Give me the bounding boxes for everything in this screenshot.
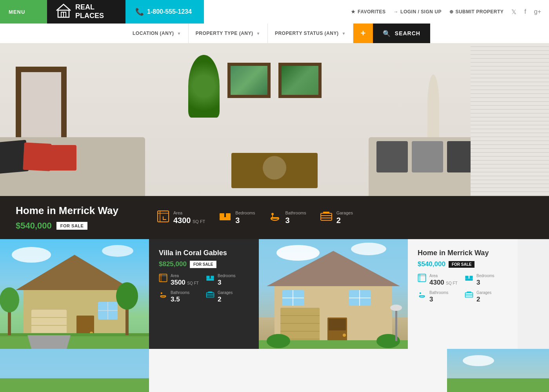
svg-point-10 <box>271 213 274 215</box>
card2-area-label: Area <box>429 274 458 278</box>
logo-text: REAL PLACES <box>75 3 104 20</box>
favorites-link[interactable]: ★ FAVORITES <box>351 9 385 15</box>
card1-image[interactable] <box>0 239 149 349</box>
wall-art-right <box>278 63 322 98</box>
submit-property-link[interactable]: ⊕ SUBMIT PROPERTY <box>449 9 504 15</box>
card1-area-icon <box>159 274 167 284</box>
svg-rect-88 <box>447 378 549 392</box>
card1-price: $825,000 <box>159 260 187 268</box>
bedrooms-label: Bedrooms <box>235 211 255 215</box>
add-filter-button[interactable]: + <box>353 24 373 43</box>
search-button[interactable]: 🔍 SEARCH <box>373 24 430 43</box>
card2-garages-icon <box>465 290 473 301</box>
svg-point-69 <box>267 334 290 348</box>
card1-bedrooms-icon <box>206 274 215 284</box>
search-bar-spacer <box>0 24 125 43</box>
card1-bathrooms-label: Bathrooms <box>171 290 189 295</box>
card1-garages-value: 2 <box>218 296 221 303</box>
card2-bathrooms-label: Bathrooms <box>429 290 448 295</box>
google-plus-icon[interactable]: g+ <box>534 8 541 15</box>
card1-area-stat: Area 3500 SQ FT <box>159 274 202 287</box>
svg-rect-42 <box>160 295 166 296</box>
area-unit: SQ FT <box>193 219 205 224</box>
card1-title: Villa in Coral Gables <box>159 249 249 257</box>
wall-art-left <box>227 63 271 98</box>
card2-price-row: $540,000 FOR SALE <box>418 260 508 268</box>
card1-garages-stat: Garages 2 <box>206 290 249 303</box>
plant-decoration <box>188 55 220 118</box>
svg-point-17 <box>102 245 133 257</box>
svg-rect-6 <box>220 213 224 217</box>
svg-rect-73 <box>418 274 425 281</box>
pillow-red-2 <box>47 145 76 171</box>
card2-bedrooms-stat: Bedrooms 3 <box>465 274 508 287</box>
search-label: SEARCH <box>395 30 420 36</box>
svg-rect-71 <box>395 310 397 341</box>
svg-rect-44 <box>206 293 214 298</box>
card2-title: Home in Merrick Way <box>418 249 508 257</box>
hero-overlay: Home in Merrick Way $540,000 FOR SALE <box>0 196 549 239</box>
location-label: LOCATION (ANY) <box>133 31 174 36</box>
card1-bedrooms-value: 3 <box>218 279 221 286</box>
hero-price: $540,000 <box>16 221 52 231</box>
property-type-label: PROPERTY TYPE (ANY) <box>196 31 253 36</box>
card1-area-unit: SQ FT <box>187 281 198 285</box>
bedrooms-icon <box>219 210 231 225</box>
twitter-icon[interactable]: 𝕏 <box>511 8 516 16</box>
svg-rect-8 <box>220 217 231 220</box>
garages-icon <box>320 210 333 225</box>
phone-area: 📞 1-800-555-1234 <box>125 0 204 24</box>
area-icon <box>157 210 169 225</box>
property-status-label: PROPERTY STATUS (ANY) <box>275 31 339 36</box>
hero-property-title: Home in Merrick Way <box>16 205 141 217</box>
window-blinds <box>471 43 549 196</box>
svg-rect-39 <box>206 276 209 279</box>
card2-image[interactable] <box>259 239 408 349</box>
area-label: Area <box>173 211 205 215</box>
plus-circle-icon: ⊕ <box>449 9 454 15</box>
garages-value: 2 <box>336 216 353 225</box>
bedrooms-value: 3 <box>235 216 255 225</box>
hero-area-stat: Area 4300 SQ FT <box>157 210 205 225</box>
svg-rect-36 <box>159 274 167 281</box>
card1-bathrooms-value: 3.5 <box>171 296 180 303</box>
svg-rect-81 <box>465 293 473 298</box>
svg-rect-78 <box>465 278 473 281</box>
hero-for-sale-badge: FOR SALE <box>56 222 88 230</box>
card2-garages-value: 2 <box>476 296 480 303</box>
svg-rect-15 <box>323 212 329 213</box>
coffee-table <box>231 153 318 188</box>
svg-rect-29 <box>0 335 149 349</box>
svg-rect-40 <box>211 276 214 279</box>
card1-garages-label: Garages <box>218 290 233 295</box>
area-value: 4300 <box>173 216 191 225</box>
svg-marker-31 <box>27 335 71 349</box>
search-icon: 🔍 <box>383 30 391 37</box>
property-type-dropdown[interactable]: PROPERTY TYPE (ANY) ▼ <box>189 24 268 43</box>
svg-rect-84 <box>467 292 471 293</box>
login-icon: → <box>394 9 399 15</box>
svg-rect-9 <box>271 217 279 219</box>
bottom-img-1 <box>0 349 149 392</box>
hero-title-area: Home in Merrick Way $540,000 FOR SALE <box>16 205 141 231</box>
card2-area-unit: SQ FT <box>446 281 457 285</box>
login-link[interactable]: → LOGIN / SIGN UP <box>394 9 442 15</box>
facebook-icon[interactable]: f <box>524 8 526 15</box>
property-status-dropdown[interactable]: PROPERTY STATUS (ANY) ▼ <box>268 24 353 43</box>
hero-bedrooms-stat: Bedrooms 3 <box>219 210 255 225</box>
card2-stats: Area 4300 SQ FT Bedrooms 3 <box>418 274 508 303</box>
pillow-grey-2 <box>412 141 443 172</box>
card2-bathrooms-icon <box>418 290 426 301</box>
card1-info: Villa in Coral Gables $825,000 FOR SALE … <box>149 239 259 349</box>
card1-badge: FOR SALE <box>190 261 217 268</box>
menu-button[interactable]: MENU <box>0 0 47 24</box>
svg-point-80 <box>420 292 421 294</box>
card2-bedrooms-icon <box>465 274 473 284</box>
card2-garages-label: Garages <box>476 290 491 295</box>
location-dropdown[interactable]: LOCATION (ANY) ▼ <box>125 24 189 43</box>
svg-point-43 <box>161 292 162 294</box>
svg-point-72 <box>390 305 402 311</box>
hero-garages-stat: Garages 2 <box>320 210 353 225</box>
card2-bedrooms-label: Bedrooms <box>476 274 494 278</box>
card1-garages-icon <box>206 290 215 301</box>
